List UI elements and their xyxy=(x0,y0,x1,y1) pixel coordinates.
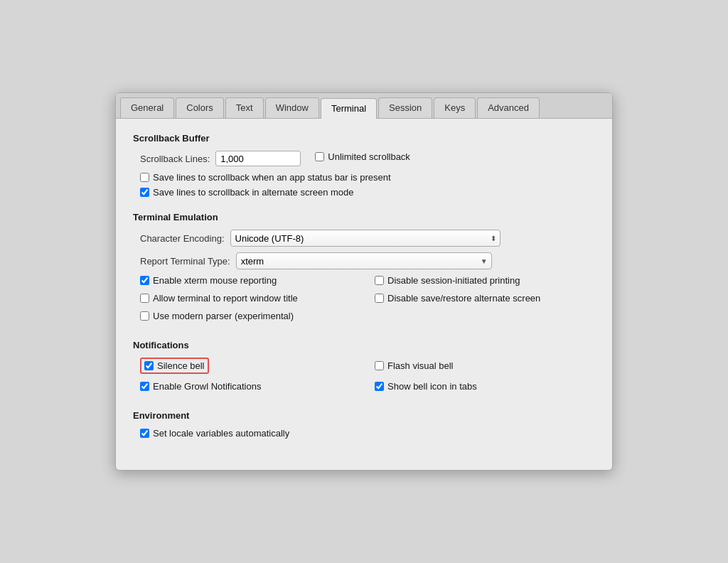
emulation-checkboxes: Enable xterm mouse reporting Disable ses… xyxy=(140,275,595,326)
report-title-row: Allow terminal to report window title xyxy=(140,293,360,304)
disable-printing-checkbox[interactable] xyxy=(375,276,384,285)
scrollback-lines-label: Scrollback Lines: xyxy=(140,154,210,164)
silence-bell-row: Silence bell xyxy=(140,358,360,374)
encoding-select[interactable]: Unicode (UTF-8) xyxy=(230,230,500,247)
report-title-checkbox[interactable] xyxy=(140,294,149,303)
environment-title: Environment xyxy=(133,410,595,421)
scrollback-body: Scrollback Lines: Unlimited scrollback S… xyxy=(133,151,595,198)
report-type-label: Report Terminal Type: xyxy=(140,256,230,267)
tab-bar: General Colors Text Window Terminal Sess… xyxy=(116,93,612,119)
unlimited-scrollback-checkbox[interactable] xyxy=(315,152,324,161)
save-alternate-row: Save lines to scrollback in alternate sc… xyxy=(140,187,595,198)
save-alternate-label: Save lines to scrollback in alternate sc… xyxy=(153,187,354,198)
tab-session[interactable]: Session xyxy=(378,97,432,118)
report-type-select[interactable]: xterm xyxy=(236,252,492,269)
scrollback-lines-input[interactable] xyxy=(215,151,301,166)
disable-alternate-label: Disable save/restore alternate screen xyxy=(387,293,540,304)
save-status-bar-checkbox[interactable] xyxy=(140,173,149,182)
preferences-window: General Colors Text Window Terminal Sess… xyxy=(115,92,613,471)
growl-notify-label: Enable Growl Notifications xyxy=(153,381,261,392)
show-bell-icon-label: Show bell icon in tabs xyxy=(387,381,477,392)
environment-section: Environment Set locale variables automat… xyxy=(133,410,595,439)
tab-colors[interactable]: Colors xyxy=(176,97,224,118)
tab-terminal[interactable]: Terminal xyxy=(321,98,377,119)
encoding-row: Character Encoding: Unicode (UTF-8) ⬍ xyxy=(140,230,595,247)
notifications-section: Notifications Silence bell Flash visual … xyxy=(133,340,595,396)
encoding-select-wrapper: Unicode (UTF-8) ⬍ xyxy=(230,230,500,247)
xterm-mouse-checkbox[interactable] xyxy=(140,276,149,285)
report-title-label: Allow terminal to report window title xyxy=(153,293,298,304)
xterm-mouse-label: Enable xterm mouse reporting xyxy=(153,275,277,286)
unlimited-scrollback-label: Unlimited scrollback xyxy=(328,151,410,162)
silence-bell-highlight: Silence bell xyxy=(140,358,209,374)
notifications-checkboxes: Silence bell Flash visual bell Enable Gr… xyxy=(140,358,595,396)
xterm-mouse-row: Enable xterm mouse reporting xyxy=(140,275,360,286)
save-status-bar-label: Save lines to scrollback when an app sta… xyxy=(153,172,391,183)
show-bell-icon-row: Show bell icon in tabs xyxy=(375,381,595,392)
disable-alternate-checkbox[interactable] xyxy=(375,294,384,303)
flash-visual-checkbox[interactable] xyxy=(375,361,384,370)
tab-general[interactable]: General xyxy=(120,97,174,118)
emulation-title: Terminal Emulation xyxy=(133,212,595,222)
save-alternate-checkbox[interactable] xyxy=(140,188,149,197)
notifications-body: Silence bell Flash visual bell Enable Gr… xyxy=(133,358,595,396)
tab-text[interactable]: Text xyxy=(225,97,264,118)
disable-alternate-row: Disable save/restore alternate screen xyxy=(375,293,595,304)
environment-body: Set locale variables automatically xyxy=(133,428,595,439)
scrollback-lines-row: Scrollback Lines: Unlimited scrollback xyxy=(140,151,595,166)
locale-vars-label: Set locale variables automatically xyxy=(153,428,289,439)
tab-keys[interactable]: Keys xyxy=(434,97,476,118)
notifications-title: Notifications xyxy=(133,340,595,350)
tab-window[interactable]: Window xyxy=(265,97,319,118)
disable-printing-label: Disable session-initiated printing xyxy=(387,275,520,286)
locale-vars-row: Set locale variables automatically xyxy=(140,428,595,439)
growl-notify-row: Enable Growl Notifications xyxy=(140,381,360,392)
show-bell-icon-checkbox[interactable] xyxy=(375,382,384,391)
report-type-select-wrapper: xterm ▼ xyxy=(236,252,492,269)
flash-visual-label: Flash visual bell xyxy=(387,360,454,371)
save-status-bar-row: Save lines to scrollback when an app sta… xyxy=(140,172,595,183)
modern-parser-label: Use modern parser (experimental) xyxy=(153,311,294,321)
disable-printing-row: Disable session-initiated printing xyxy=(375,275,595,286)
tab-content: Scrollback Buffer Scrollback Lines: Unli… xyxy=(116,119,612,470)
silence-bell-checkbox[interactable] xyxy=(144,361,154,370)
emulation-section: Terminal Emulation Character Encoding: U… xyxy=(133,212,595,326)
modern-parser-checkbox[interactable] xyxy=(140,311,149,321)
flash-visual-row: Flash visual bell xyxy=(375,358,595,374)
growl-notify-checkbox[interactable] xyxy=(140,382,149,391)
unlimited-scrollback-row: Unlimited scrollback xyxy=(315,151,410,162)
encoding-label: Character Encoding: xyxy=(140,233,225,244)
scrollback-title: Scrollback Buffer xyxy=(133,133,595,144)
scrollback-lines-group: Scrollback Lines: xyxy=(140,151,301,166)
emulation-body: Character Encoding: Unicode (UTF-8) ⬍ Re… xyxy=(133,230,595,326)
report-type-row: Report Terminal Type: xterm ▼ xyxy=(140,252,595,269)
locale-vars-checkbox[interactable] xyxy=(140,429,149,438)
scrollback-section: Scrollback Buffer Scrollback Lines: Unli… xyxy=(133,133,595,198)
modern-parser-row: Use modern parser (experimental) xyxy=(140,311,360,321)
silence-bell-label: Silence bell xyxy=(157,360,205,371)
tab-advanced[interactable]: Advanced xyxy=(477,97,540,118)
